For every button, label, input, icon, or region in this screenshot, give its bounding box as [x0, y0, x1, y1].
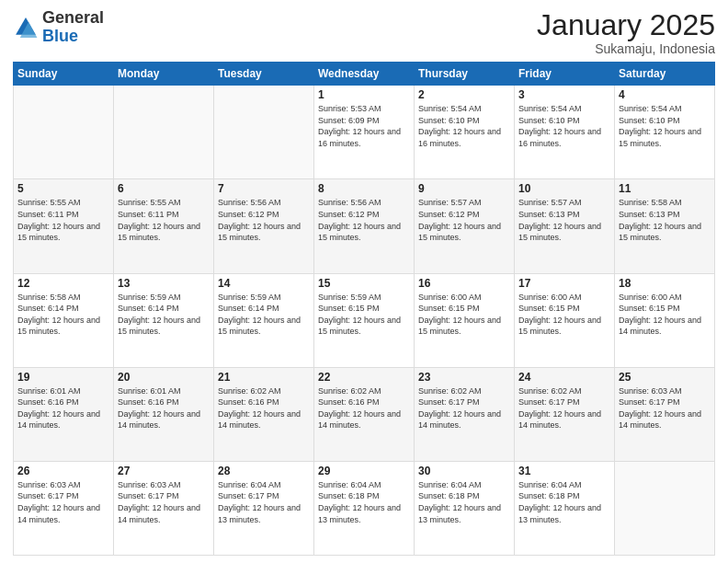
day-info: Sunrise: 6:00 AMSunset: 6:15 PMDaylight:… [518, 292, 610, 338]
calendar-week-row: 5Sunrise: 5:55 AMSunset: 6:11 PMDaylight… [14, 179, 715, 273]
calendar-cell: 1Sunrise: 5:53 AMSunset: 6:09 PMDaylight… [314, 86, 415, 179]
day-number: 5 [17, 182, 109, 195]
day-number: 15 [318, 277, 410, 290]
day-info: Sunrise: 6:01 AMSunset: 6:16 PMDaylight:… [17, 385, 109, 431]
day-of-week-header: Wednesday [314, 63, 415, 86]
day-info: Sunrise: 5:55 AMSunset: 6:11 PMDaylight:… [118, 197, 210, 243]
day-number: 11 [619, 182, 711, 195]
calendar-cell: 19Sunrise: 6:01 AMSunset: 6:16 PMDayligh… [14, 367, 114, 461]
day-of-week-header: Friday [515, 63, 615, 86]
calendar-cell [214, 86, 314, 179]
calendar-cell [615, 461, 715, 555]
day-info: Sunrise: 5:54 AMSunset: 6:10 PMDaylight:… [518, 103, 610, 149]
day-number: 29 [318, 465, 410, 477]
day-number: 20 [118, 371, 210, 384]
day-of-week-header: Sunday [14, 63, 114, 86]
calendar-cell: 11Sunrise: 5:58 AMSunset: 6:13 PMDayligh… [615, 179, 715, 273]
header: General Blue January 2025 Sukamaju, Indo… [13, 9, 715, 56]
day-number: 19 [17, 371, 109, 384]
calendar-cell: 21Sunrise: 6:02 AMSunset: 6:16 PMDayligh… [214, 367, 314, 461]
day-info: Sunrise: 6:02 AMSunset: 6:16 PMDaylight:… [318, 385, 410, 431]
calendar-cell: 26Sunrise: 6:03 AMSunset: 6:17 PMDayligh… [14, 461, 114, 555]
day-number: 13 [118, 277, 210, 290]
day-info: Sunrise: 5:56 AMSunset: 6:12 PMDaylight:… [318, 197, 410, 243]
day-info: Sunrise: 6:00 AMSunset: 6:15 PMDaylight:… [418, 292, 510, 338]
day-info: Sunrise: 6:04 AMSunset: 6:17 PMDaylight:… [218, 479, 310, 525]
day-number: 2 [418, 88, 510, 101]
day-info: Sunrise: 5:59 AMSunset: 6:14 PMDaylight:… [218, 292, 310, 338]
calendar-cell: 14Sunrise: 5:59 AMSunset: 6:14 PMDayligh… [214, 273, 314, 367]
day-header-row: SundayMondayTuesdayWednesdayThursdayFrid… [14, 63, 715, 86]
day-number: 14 [218, 277, 310, 290]
day-number: 16 [418, 277, 510, 290]
day-of-week-header: Saturday [615, 63, 715, 86]
day-number: 8 [318, 182, 410, 195]
calendar-cell: 6Sunrise: 5:55 AMSunset: 6:11 PMDaylight… [114, 179, 214, 273]
calendar-week-row: 26Sunrise: 6:03 AMSunset: 6:17 PMDayligh… [14, 461, 715, 555]
day-number: 27 [118, 465, 210, 477]
day-number: 7 [218, 182, 310, 195]
calendar-cell: 5Sunrise: 5:55 AMSunset: 6:11 PMDaylight… [14, 179, 114, 273]
day-info: Sunrise: 5:58 AMSunset: 6:14 PMDaylight:… [17, 292, 109, 338]
day-number: 21 [218, 371, 310, 384]
calendar-cell: 25Sunrise: 6:03 AMSunset: 6:17 PMDayligh… [615, 367, 715, 461]
calendar-cell: 22Sunrise: 6:02 AMSunset: 6:16 PMDayligh… [314, 367, 415, 461]
calendar-cell: 4Sunrise: 5:54 AMSunset: 6:10 PMDaylight… [615, 86, 715, 179]
calendar-cell: 2Sunrise: 5:54 AMSunset: 6:10 PMDaylight… [415, 86, 515, 179]
calendar-week-row: 1Sunrise: 5:53 AMSunset: 6:09 PMDaylight… [14, 86, 715, 179]
calendar-cell: 8Sunrise: 5:56 AMSunset: 6:12 PMDaylight… [314, 179, 415, 273]
day-info: Sunrise: 6:04 AMSunset: 6:18 PMDaylight:… [318, 479, 410, 525]
title-section: January 2025 Sukamaju, Indonesia [537, 9, 715, 56]
calendar-cell: 28Sunrise: 6:04 AMSunset: 6:17 PMDayligh… [214, 461, 314, 555]
calendar-cell: 30Sunrise: 6:04 AMSunset: 6:18 PMDayligh… [415, 461, 515, 555]
day-number: 4 [619, 88, 711, 101]
calendar-cell: 15Sunrise: 5:59 AMSunset: 6:15 PMDayligh… [314, 273, 415, 367]
day-info: Sunrise: 5:57 AMSunset: 6:12 PMDaylight:… [418, 197, 510, 243]
day-number: 25 [619, 371, 711, 384]
day-number: 6 [118, 182, 210, 195]
logo-general-text: General [42, 9, 104, 28]
day-info: Sunrise: 5:58 AMSunset: 6:13 PMDaylight:… [619, 197, 711, 243]
calendar-cell: 9Sunrise: 5:57 AMSunset: 6:12 PMDaylight… [415, 179, 515, 273]
calendar-cell: 20Sunrise: 6:01 AMSunset: 6:16 PMDayligh… [114, 367, 214, 461]
page-container: General Blue January 2025 Sukamaju, Indo… [0, 0, 728, 563]
calendar-week-row: 19Sunrise: 6:01 AMSunset: 6:16 PMDayligh… [14, 367, 715, 461]
day-info: Sunrise: 6:02 AMSunset: 6:16 PMDaylight:… [218, 385, 310, 431]
calendar-cell: 24Sunrise: 6:02 AMSunset: 6:17 PMDayligh… [515, 367, 615, 461]
day-info: Sunrise: 6:04 AMSunset: 6:18 PMDaylight:… [518, 479, 610, 525]
calendar-cell: 7Sunrise: 5:56 AMSunset: 6:12 PMDaylight… [214, 179, 314, 273]
day-info: Sunrise: 6:03 AMSunset: 6:17 PMDaylight:… [619, 385, 711, 431]
day-info: Sunrise: 5:54 AMSunset: 6:10 PMDaylight:… [619, 103, 711, 149]
day-of-week-header: Thursday [415, 63, 515, 86]
calendar-body: 1Sunrise: 5:53 AMSunset: 6:09 PMDaylight… [14, 86, 715, 556]
day-info: Sunrise: 5:59 AMSunset: 6:15 PMDaylight:… [318, 292, 410, 338]
calendar-cell [14, 86, 114, 179]
logo-blue-text: Blue [42, 28, 104, 46]
day-info: Sunrise: 5:59 AMSunset: 6:14 PMDaylight:… [118, 292, 210, 338]
day-info: Sunrise: 6:00 AMSunset: 6:15 PMDaylight:… [619, 292, 711, 338]
month-title: January 2025 [537, 9, 715, 41]
calendar-cell: 31Sunrise: 6:04 AMSunset: 6:18 PMDayligh… [515, 461, 615, 555]
day-number: 23 [418, 371, 510, 384]
day-info: Sunrise: 5:57 AMSunset: 6:13 PMDaylight:… [518, 197, 610, 243]
day-number: 3 [518, 88, 610, 101]
day-number: 18 [619, 277, 711, 290]
calendar-cell: 17Sunrise: 6:00 AMSunset: 6:15 PMDayligh… [515, 273, 615, 367]
day-number: 24 [518, 371, 610, 384]
day-of-week-header: Tuesday [214, 63, 314, 86]
day-number: 10 [518, 182, 610, 195]
calendar-cell: 13Sunrise: 5:59 AMSunset: 6:14 PMDayligh… [114, 273, 214, 367]
day-info: Sunrise: 6:03 AMSunset: 6:17 PMDaylight:… [118, 479, 210, 525]
day-number: 31 [518, 465, 610, 477]
logo: General Blue [13, 9, 104, 46]
day-of-week-header: Monday [114, 63, 214, 86]
day-info: Sunrise: 6:03 AMSunset: 6:17 PMDaylight:… [17, 479, 109, 525]
logo-text: General Blue [42, 9, 104, 46]
day-number: 1 [318, 88, 410, 101]
day-number: 12 [17, 277, 109, 290]
day-info: Sunrise: 6:01 AMSunset: 6:16 PMDaylight:… [118, 385, 210, 431]
calendar-cell: 29Sunrise: 6:04 AMSunset: 6:18 PMDayligh… [314, 461, 415, 555]
calendar-header: SundayMondayTuesdayWednesdayThursdayFrid… [14, 63, 715, 86]
day-number: 26 [17, 465, 109, 477]
day-number: 9 [418, 182, 510, 195]
